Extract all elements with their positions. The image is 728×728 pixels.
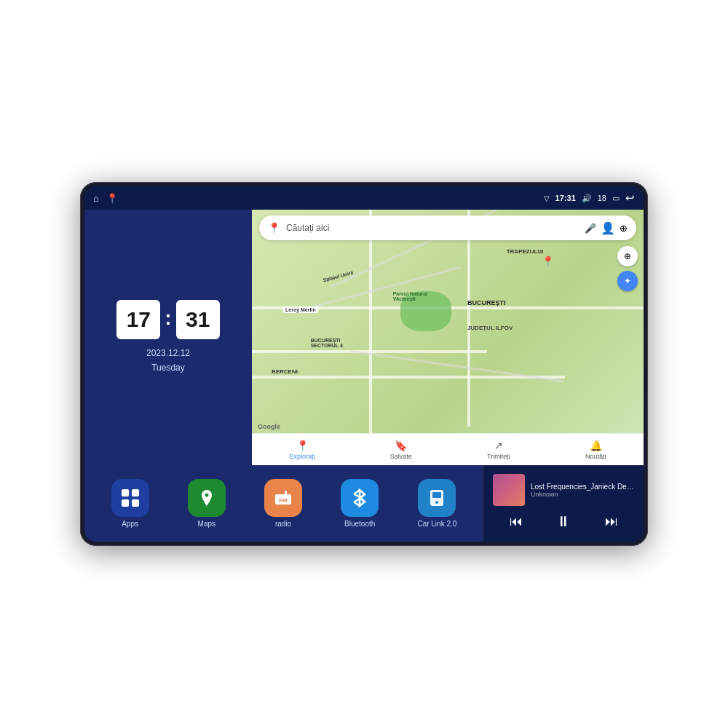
svg-rect-6 (285, 491, 287, 496)
map-search-placeholder: Căutați aici (286, 223, 579, 233)
app-icon-radio[interactable]: FM radio (264, 479, 302, 528)
svg-rect-2 (122, 499, 129, 507)
map-nav-news-label: Noutăți (585, 453, 606, 460)
clock-colon: : (165, 306, 171, 330)
volume-icon: 🔊 (582, 194, 592, 203)
carlink-icon (418, 479, 456, 517)
status-right-info: ▽ 17:31 🔊 18 ▭ ↩ (544, 191, 635, 205)
google-logo: Google (258, 423, 280, 430)
news-icon: 🔔 (590, 440, 602, 451)
svg-rect-1 (132, 489, 139, 496)
map-label-berceni: BERCENI (272, 368, 298, 375)
bottom-row: Apps Maps (84, 465, 644, 542)
map-search-actions: 🎤 👤 ⊕ (585, 221, 628, 235)
album-art (493, 474, 525, 506)
map-nav-saved[interactable]: 🔖 Salvate (390, 440, 412, 460)
map-nav-saved-label: Salvate (390, 453, 412, 460)
svg-rect-8 (432, 492, 441, 498)
signal-icon: ▽ (544, 194, 550, 202)
main-area: 17 : 31 2023.12.12 Tuesday (84, 210, 644, 542)
play-pause-button[interactable]: ⏸ (550, 510, 577, 533)
map-nav-share[interactable]: ↗ Trimiteți (487, 440, 510, 460)
status-bar: ⌂ 📍 ▽ 17:31 🔊 18 ▭ ↩ (84, 186, 644, 210)
clock-date: 2023.12.12 Tuesday (146, 347, 190, 374)
radio-label: radio (275, 520, 291, 528)
map-label-bucharest: BUCUREȘTI (467, 299, 506, 306)
clock-widget: 17 : 31 2023.12.12 Tuesday (84, 210, 252, 465)
map-label-leroy: Leroy Merlin (283, 306, 318, 313)
radio-icon: FM (264, 479, 302, 517)
music-text-info: Lost Frequencies_Janieck Devy-... Unknow… (531, 483, 635, 498)
maps-pin-icon: 📍 (268, 222, 280, 234)
app-icon-apps[interactable]: Apps (111, 479, 149, 528)
music-title: Lost Frequencies_Janieck Devy-... (531, 483, 635, 491)
prev-button[interactable]: ⏮ (504, 511, 529, 532)
apps-label: Apps (122, 520, 138, 528)
share-icon: ↗ (494, 440, 503, 451)
map-label-trapezului: TRAPEZULUI (507, 248, 544, 255)
battery-icon: ▭ (612, 194, 620, 203)
device-frame: ⌂ 📍 ▽ 17:31 🔊 18 ▭ ↩ 17 : (80, 182, 648, 546)
app-icon-carlink[interactable]: Car Link 2.0 (417, 479, 456, 528)
svg-point-9 (435, 501, 438, 504)
map-nav-news[interactable]: 🔔 Noutăți (585, 440, 606, 460)
music-info-row: Lost Frequencies_Janieck Devy-... Unknow… (493, 474, 635, 506)
top-row: 17 : 31 2023.12.12 Tuesday (84, 210, 644, 465)
clock-minutes: 31 (176, 300, 220, 339)
music-thumbnail (493, 474, 525, 506)
svg-rect-0 (122, 489, 129, 496)
battery-level: 18 (598, 194, 606, 202)
map-widget[interactable]: BUCUREȘTI JUDEȚUL ILFOV TRAPEZULUI BERCE… (252, 210, 644, 465)
clock-hours: 17 (116, 300, 160, 339)
map-locate-btn[interactable]: ✦ (617, 271, 638, 291)
device-screen: ⌂ 📍 ▽ 17:31 🔊 18 ▭ ↩ 17 : (84, 186, 644, 542)
map-label-parc: Parcul NaturalVăcărești (393, 291, 427, 301)
map-nav-explore-label: Explorați (290, 453, 315, 460)
maps-label: Maps (198, 520, 215, 528)
status-left-icons: ⌂ 📍 (93, 193, 118, 204)
explore-icon: 📍 (296, 440, 309, 451)
map-search-bar[interactable]: 📍 Căutați aici 🎤 👤 ⊕ (259, 215, 636, 240)
music-player: Lost Frequencies_Janieck Devy-... Unknow… (483, 465, 644, 542)
map-label-sector4: BUCUREȘTISECTORUL 4 (311, 338, 343, 348)
svg-rect-3 (132, 499, 139, 507)
bluetooth-icon (341, 479, 379, 517)
bluetooth-label: Bluetooth (344, 520, 375, 528)
app-icon-maps[interactable]: Maps (188, 479, 226, 528)
apps-icon (111, 479, 149, 517)
saved-icon: 🔖 (395, 440, 407, 451)
map-label-ilfov: JUDEȚUL ILFOV (467, 325, 513, 331)
music-artist: Unknown (531, 491, 635, 498)
app-icon-bluetooth[interactable]: Bluetooth (341, 479, 379, 528)
map-right-controls: ⊕ ✦ (617, 246, 638, 291)
music-controls: ⏮ ⏸ ⏭ (493, 510, 635, 533)
maps-icon (188, 479, 226, 517)
map-location-pin: 📍 (542, 256, 554, 267)
layers-icon[interactable]: ⊕ (620, 223, 628, 234)
map-nav-explore[interactable]: 📍 Explorați (290, 440, 315, 460)
svg-text:FM: FM (279, 497, 288, 504)
mic-icon[interactable]: 🎤 (585, 223, 596, 234)
back-icon[interactable]: ↩ (625, 191, 635, 205)
carlink-label: Car Link 2.0 (417, 520, 456, 528)
clock-display: 17 : 31 (116, 300, 219, 339)
next-button[interactable]: ⏭ (599, 511, 624, 532)
map-nav-share-label: Trimiteți (487, 453, 510, 460)
map-compass-btn[interactable]: ⊕ (617, 246, 638, 266)
app-icons-section: Apps Maps (84, 465, 483, 542)
time-display: 17:31 (555, 194, 576, 202)
home-icon[interactable]: ⌂ (93, 193, 99, 204)
maps-status-icon[interactable]: 📍 (106, 193, 118, 204)
map-bottom-bar: 📍 Explorați 🔖 Salvate ↗ Trimiteți 🔔 (252, 433, 644, 465)
account-icon[interactable]: 👤 (601, 221, 615, 235)
